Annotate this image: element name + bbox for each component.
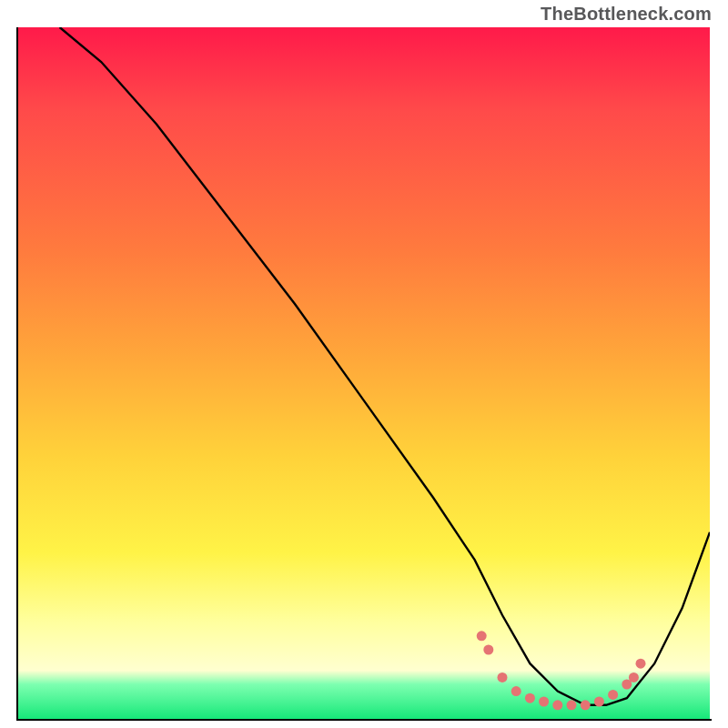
- valley-marker: [594, 697, 604, 707]
- valley-marker: [581, 700, 591, 710]
- valley-marker: [539, 697, 549, 707]
- watermark-text: TheBottleneck.com: [541, 4, 712, 25]
- valley-marker: [525, 693, 535, 703]
- valley-marker: [477, 631, 487, 641]
- valley-marker: [608, 690, 618, 700]
- valley-marker: [629, 672, 639, 682]
- valley-markers: [477, 631, 646, 710]
- valley-marker: [552, 700, 562, 710]
- curve-layer: [18, 27, 710, 719]
- y-axis: [16, 27, 18, 721]
- valley-marker: [511, 686, 521, 696]
- bottleneck-curve: [60, 27, 710, 705]
- plot-area: [18, 27, 710, 719]
- valley-marker: [483, 645, 493, 655]
- valley-marker: [636, 659, 646, 669]
- x-axis: [16, 719, 712, 721]
- chart-stage: TheBottleneck.com: [0, 0, 728, 728]
- valley-marker: [567, 700, 577, 710]
- valley-marker: [498, 672, 508, 682]
